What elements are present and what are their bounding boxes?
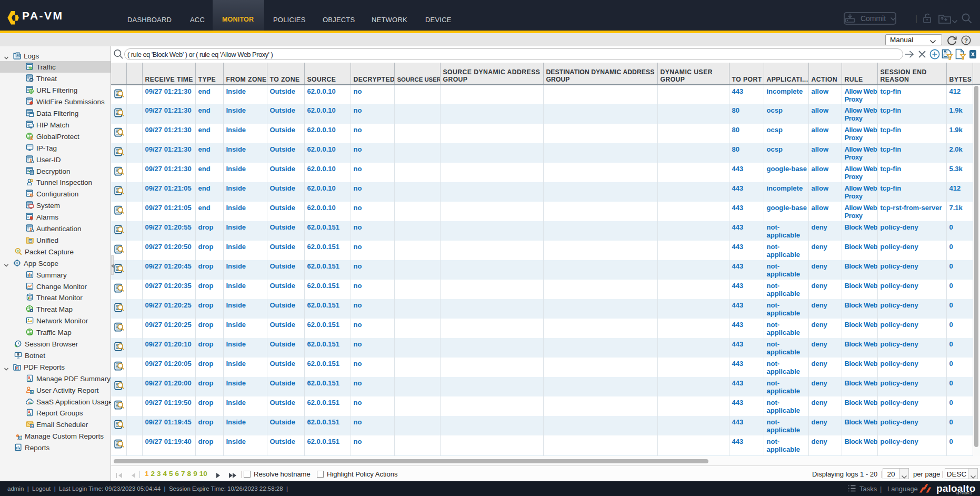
svg-text:?: ?	[964, 37, 968, 44]
